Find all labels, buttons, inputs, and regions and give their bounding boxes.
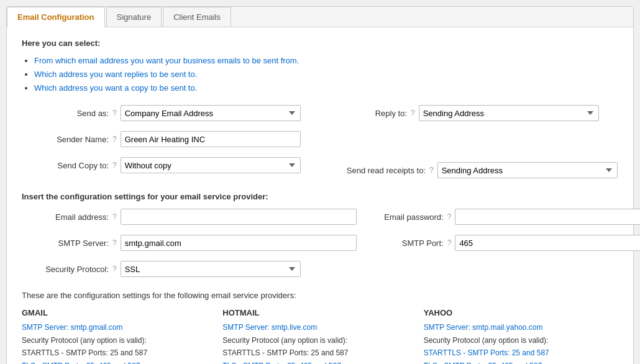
sender-name-label: Sender Name: <box>22 135 109 144</box>
smtp-port-input[interactable] <box>455 235 640 251</box>
main-container: Email Configuration Signature Client Ema… <box>6 6 634 364</box>
send-copy-row: Send Copy to: ? Without copy Other <box>22 157 320 173</box>
tab-signature[interactable]: Signature <box>106 7 162 27</box>
gmail-smtp: SMTP Server: smtp.gmail.com <box>22 321 216 334</box>
smtp-port-help-icon: ? <box>447 239 452 247</box>
send-receipts-help-icon: ? <box>429 166 434 175</box>
tab-client-emails[interactable]: Client Emails <box>163 7 231 27</box>
smtp-form: Email address: ? SMTP Server: ? Security… <box>22 209 618 282</box>
provider-info-header: These are the configuration settings for… <box>22 291 618 300</box>
hotmail-starttls: STARTTLS - SMTP Ports: 25 and 587 <box>222 347 417 359</box>
form-section: Send as: ? Company Email Address Persona… <box>22 105 618 183</box>
email-password-label: Email password: <box>357 212 444 222</box>
send-copy-select[interactable]: Without copy Other <box>121 157 301 173</box>
security-protocol-row: Security Protocol: ? SSL TLS STARTTLS <box>22 261 357 277</box>
email-password-row: Email password: ? <box>357 209 640 225</box>
reply-to-help-icon: ? <box>411 109 415 117</box>
gmail-block: GMAIL SMTP Server: smtp.gmail.com Securi… <box>22 306 216 364</box>
email-password-help-icon: ? <box>447 212 452 221</box>
gmail-security-note: Security Protocol (any option is valid): <box>22 334 216 347</box>
gmail-tls: TLS - SMTP Ports: 25, 465 and 587 <box>22 360 216 364</box>
security-protocol-label: Security Protocol: <box>22 265 109 274</box>
hotmail-security-note: Security Protocol (any option is valid): <box>222 334 417 347</box>
hotmail-block: HOTMAIL SMTP Server: smtp.live.com Secur… <box>222 306 417 364</box>
tab-content: Here you can select: From which email ad… <box>7 27 633 364</box>
intro-bullets: From which email address you want your b… <box>34 54 618 95</box>
yahoo-block: YAHOO SMTP Server: smtp.mail.yahoo.com S… <box>424 306 618 364</box>
email-password-input[interactable] <box>455 209 640 225</box>
gmail-starttls: STARTTLS - SMTP Ports: 25 and 587 <box>22 347 216 359</box>
send-receipts-select[interactable]: Sending Address Other <box>437 162 618 178</box>
smtp-server-help-icon: ? <box>112 239 117 247</box>
yahoo-tls: TLS - SMTP Ports: 25, 465 and 587 <box>424 360 618 364</box>
send-receipts-row: Send read receipts to: ? Sending Address… <box>320 162 618 178</box>
bullet-3: Which address you want a copy to be sent… <box>34 81 618 95</box>
email-address-label: Email address: <box>22 212 109 222</box>
send-copy-label: Send Copy to: <box>22 161 109 170</box>
email-address-row: Email address: ? <box>22 209 357 225</box>
email-address-input[interactable] <box>121 209 357 225</box>
sender-name-help-icon: ? <box>112 135 117 143</box>
form-right-col: Reply to: ? Sending Address Other Send r… <box>320 105 618 183</box>
hotmail-tls: TLS - SMTP Ports: 25, 465 and 587 <box>222 360 417 364</box>
yahoo-name: YAHOO <box>424 306 618 320</box>
gmail-name: GMAIL <box>22 306 216 320</box>
security-protocol-help-icon: ? <box>112 265 117 273</box>
yahoo-security-note: Security Protocol (any option is valid): <box>424 334 618 347</box>
send-receipts-label: Send read receipts to: <box>320 166 426 175</box>
spacer-row <box>320 131 618 152</box>
yahoo-smtp: SMTP Server: smtp.mail.yahoo.com <box>424 321 618 334</box>
yahoo-starttls: STARTTLS - SMTP Ports: 25 and 587 <box>424 347 618 359</box>
form-left-col: Send as: ? Company Email Address Persona… <box>22 105 320 183</box>
reply-to-label: Reply to: <box>320 109 407 118</box>
provider-info-section: These are the configuration settings for… <box>22 291 618 364</box>
bullet-1: From which email address you want your b… <box>34 54 618 68</box>
smtp-port-row: SMTP Port: ? <box>357 235 640 251</box>
tab-email-configuration[interactable]: Email Configuration <box>7 7 105 27</box>
smtp-left-col: Email address: ? SMTP Server: ? Security… <box>22 209 357 282</box>
provider-grid: GMAIL SMTP Server: smtp.gmail.com Securi… <box>22 306 618 364</box>
reply-to-select[interactable]: Sending Address Other <box>419 105 599 121</box>
smtp-section: Insert the configuration settings for yo… <box>22 192 618 282</box>
hotmail-smtp: SMTP Server: smtp.live.com <box>222 321 417 334</box>
smtp-server-label: SMTP Server: <box>22 239 109 248</box>
smtp-right-col: Email password: ? SMTP Port: ? <box>357 209 640 282</box>
hotmail-name: HOTMAIL <box>222 306 417 320</box>
smtp-header: Insert the configuration settings for yo… <box>22 192 618 201</box>
smtp-server-row: SMTP Server: ? <box>22 235 357 251</box>
security-protocol-select[interactable]: SSL TLS STARTTLS <box>121 261 301 277</box>
intro-header: Here you can select: <box>22 39 618 48</box>
send-as-help-icon: ? <box>112 109 117 117</box>
send-as-select[interactable]: Company Email Address Personal Email Add… <box>121 105 301 121</box>
reply-to-row: Reply to: ? Sending Address Other <box>320 105 618 121</box>
send-as-label: Send as: <box>22 109 109 118</box>
tab-bar: Email Configuration Signature Client Ema… <box>7 7 633 27</box>
sender-name-input[interactable] <box>121 131 301 147</box>
send-as-row: Send as: ? Company Email Address Persona… <box>22 105 320 121</box>
send-copy-help-icon: ? <box>112 161 117 170</box>
sender-name-row: Sender Name: ? <box>22 131 320 147</box>
email-address-help-icon: ? <box>112 212 117 221</box>
bullet-2: Which address you want replies to be sen… <box>34 68 618 81</box>
smtp-server-input[interactable] <box>121 235 357 251</box>
smtp-port-label: SMTP Port: <box>357 239 444 248</box>
